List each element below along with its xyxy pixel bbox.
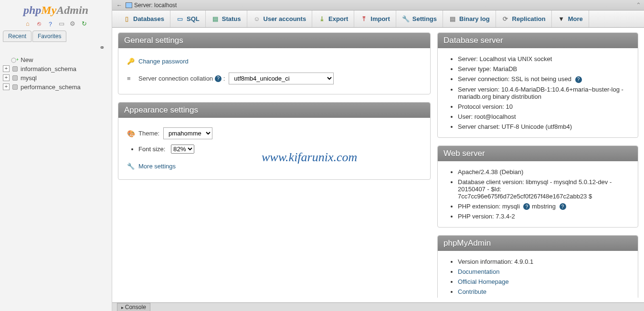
more-settings-link[interactable]: More settings [138,163,176,170]
sql-query-icon[interactable]: ▭ [58,20,65,28]
menu-settings[interactable]: 🔧Settings [396,10,443,27]
panel-database-server: Database server Server: Localhost via UN… [437,32,638,138]
menu-import[interactable]: ⤒Import [354,10,396,27]
tab-recent[interactable]: Recent [3,31,32,42]
panel-title: Web server [438,146,638,161]
tree-db-item[interactable]: + performance_schema [3,83,109,92]
list-item: PHP version: 7.3.4-2 [458,211,629,221]
tree-db-item[interactable]: + information_schema [3,64,109,73]
db-icon [11,74,19,81]
menu-sql[interactable]: ▭SQL [170,10,206,27]
expand-icon[interactable]: + [3,74,10,81]
theme-label: Theme: [138,130,159,137]
theme-select[interactable]: pmahomme [163,127,212,139]
panel-web-server: Web server Apache/2.4.38 (Debian) Databa… [437,145,638,228]
sidebar: phpMyAdmin ⌂ ⎋ ？ ▭ ⚙ ↻ Recent Favorites … [0,0,112,311]
panel-title: phpMyAdmin [438,236,638,251]
list-item: Server type: MariaDB [458,64,629,74]
server-icon [126,2,132,8]
menu-status[interactable]: ▤Status [206,10,247,27]
content: General settings 🔑 Change password ≡ Ser… [112,28,644,302]
collation-label: Server connection collation [138,75,213,82]
nav-settings-icon[interactable]: ⚙ [69,20,76,28]
list-item: Version information: 4.9.0.1 [458,257,629,267]
sidebar-toolbar: ⌂ ⎋ ？ ▭ ⚙ ↻ [0,19,112,31]
breadcrumb-bar: ← Server: localhost ⌃ [112,0,644,10]
list-item: Protocol version: 10 [458,102,629,112]
db-tree: + New + information_schema + mysql + per… [0,53,112,93]
replication-icon: ⟳ [502,15,509,23]
settings-icon: 🔧 [402,15,410,23]
panel-phpmyadmin: phpMyAdmin Version information: 4.9.0.1 … [437,235,638,298]
top-menu: ▯Databases ▭SQL ▤Status ☺User accounts ⤓… [112,10,644,28]
pma-link[interactable]: Documentation [458,268,499,275]
databases-icon: ▯ [123,15,130,23]
collapse-icon[interactable]: ⌃ [636,1,641,9]
pma-link[interactable]: Contribute [458,288,486,295]
binlog-icon: ▤ [449,15,456,23]
menu-export[interactable]: ⤓Export [312,10,354,27]
collation-select[interactable]: utf8mb4_unicode_ci [229,73,334,84]
sidebar-tabs: Recent Favorites [0,31,112,42]
wrench-icon: 🔧 [127,163,136,170]
theme-icon: 🎨 [127,130,136,137]
logo[interactable]: phpMyAdmin [0,0,112,19]
panel-appearance-settings: Appearance settings 🎨 Theme: pmahomme Fo… [118,102,431,180]
list-item: Server charset: UTF-8 Unicode (utf8mb4) [458,122,629,132]
collation-icon: ≡ [127,75,136,82]
list-item: Apache/2.4.38 (Debian) [458,167,629,177]
lock-icon: 🔑 [127,58,136,65]
more-icon: ▼ [558,15,565,23]
docs-icon[interactable]: ？ [46,20,54,28]
list-item: Server: Localhost via UNIX socket [458,54,629,64]
link-icon[interactable]: ⚭ [99,44,105,52]
status-icon: ▤ [211,15,219,23]
menu-replication[interactable]: ⟳Replication [496,10,552,27]
expand-icon[interactable]: + [3,65,10,72]
logout-icon[interactable]: ⎋ [35,20,43,28]
users-icon: ☺ [253,15,261,23]
console-toggle[interactable]: Console [117,303,150,311]
expand-icon[interactable]: + [3,83,10,90]
fontsize-select[interactable]: 82% [171,145,194,154]
panel-title: Appearance settings [118,103,430,118]
help-icon[interactable]: ? [215,75,222,82]
left-column: General settings 🔑 Change password ≡ Ser… [118,32,431,298]
help-icon[interactable]: ? [560,203,566,210]
main: ← Server: localhost ⌃ ▯Databases ▭SQL ▤S… [112,0,644,311]
change-password-link[interactable]: Change password [138,58,189,65]
list-item: Server connection: SSL is not being used… [458,74,629,84]
pma-link[interactable]: Official Homepage [458,278,509,285]
list-item: User: root@localhost [458,112,629,122]
import-icon: ⤒ [360,15,368,23]
panel-title: Database server [438,33,638,48]
sql-icon: ▭ [176,15,184,23]
back-icon[interactable]: ← [115,2,124,9]
menu-databases[interactable]: ▯Databases [117,10,170,27]
console-bar: Console [112,302,644,311]
export-icon: ⤓ [318,15,326,23]
right-column: Database server Server: Localhost via UN… [437,32,638,298]
list-item: PHP extension: mysqli ? mbstring ? [458,201,629,212]
menu-more[interactable]: ▼More [552,10,589,27]
fontsize-label: Font size: [138,145,165,153]
panel-general-settings: General settings 🔑 Change password ≡ Ser… [118,32,431,94]
menu-users[interactable]: ☺User accounts [247,10,313,27]
db-icon [11,83,19,90]
panel-title: General settings [118,33,430,48]
tree-new-db[interactable]: + New [3,55,109,64]
help-icon[interactable]: ? [523,203,530,210]
home-icon[interactable]: ⌂ [24,20,32,28]
list-item: Database client version: libmysql - mysq… [458,177,629,201]
tab-favorites[interactable]: Favorites [32,31,66,42]
menu-binlog[interactable]: ▤Binary log [443,10,496,27]
help-icon[interactable]: ? [575,76,582,83]
db-icon [11,65,19,72]
list-item: Server version: 10.4.6-MariaDB-1:10.4.6+… [458,84,629,102]
reload-icon[interactable]: ↻ [80,20,88,28]
tree-db-item[interactable]: + mysql [3,73,109,83]
